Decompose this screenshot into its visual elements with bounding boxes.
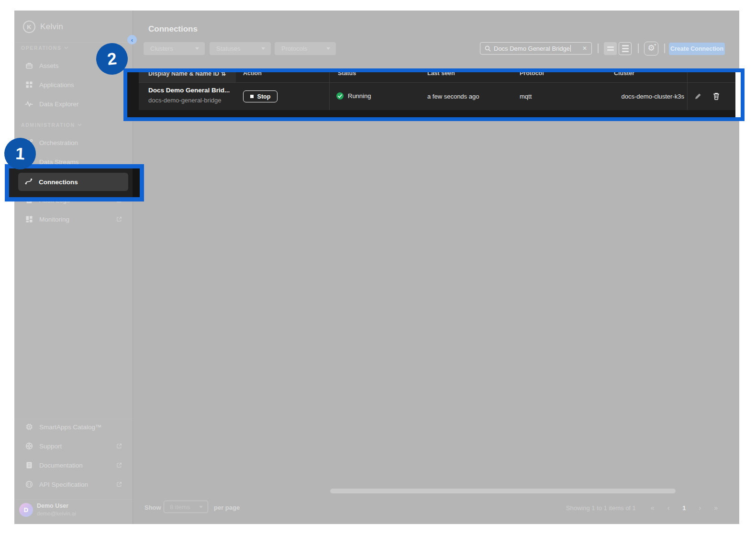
create-connection-button[interactable]: Create Connection xyxy=(669,43,725,55)
sidebar-item-label: Support xyxy=(39,443,62,450)
search-value: Docs Demo General Bridge xyxy=(494,45,570,52)
monitoring-icon xyxy=(25,215,33,223)
table-settings-button[interactable]: ⚙ ✦ xyxy=(644,42,658,56)
external-link-icon xyxy=(116,216,122,222)
sidebar-item-label: SmartApps Catalog™ xyxy=(39,424,102,431)
column-action[interactable]: Action xyxy=(243,72,262,77)
sidebar-item-label: Orchestration xyxy=(39,139,78,146)
sparkle-icon: ✦ xyxy=(654,43,656,47)
sidebar-item-data-explorer[interactable]: Data Explorer xyxy=(14,97,133,111)
clear-search-icon[interactable]: ✕ xyxy=(582,45,587,52)
table-header-row: Display Name & Name ID ⇅ Action Status L… xyxy=(139,72,735,83)
table-row[interactable]: Docs Demo General Brid... docs-demo-gene… xyxy=(139,83,735,110)
external-link-icon xyxy=(116,481,122,487)
section-label: ADMINISTRATION xyxy=(21,122,75,128)
section-administration[interactable]: ADMINISTRATION xyxy=(21,122,82,128)
trash-icon xyxy=(713,92,720,100)
documentation-icon xyxy=(25,461,33,469)
sidebar-divider xyxy=(14,42,133,43)
card-view-button[interactable] xyxy=(604,42,617,55)
pagination-summary: Showing 1 to 1 items of 1 xyxy=(566,504,636,512)
next-page-button[interactable]: › xyxy=(699,504,701,512)
section-label: OPERATIONS xyxy=(21,45,62,51)
highlight-box-table: Display Name & Name ID ⇅ Action Status L… xyxy=(123,68,745,121)
connections-table: Display Name & Name ID ⇅ Action Status L… xyxy=(127,72,735,117)
sidebar-item-label: Documentation xyxy=(39,462,83,469)
sidebar-item-support[interactable]: Support xyxy=(14,439,133,453)
per-page-label: per page xyxy=(214,504,240,511)
toolbar-divider xyxy=(638,44,639,53)
last-seen-cell: a few seconds ago xyxy=(427,93,479,100)
sidebar-item-smartapps-catalog[interactable]: SmartApps Catalog™ xyxy=(14,420,133,434)
filter-clusters[interactable]: Clusters xyxy=(144,42,205,55)
stop-button[interactable]: Stop xyxy=(243,90,278,102)
chevron-down-icon xyxy=(78,123,82,126)
sidebar-item-monitoring[interactable]: Monitoring xyxy=(14,212,133,226)
user-email: demo@kelvin.ai xyxy=(37,511,76,516)
sort-icon[interactable]: ⇅ xyxy=(221,72,225,77)
status-badge: Running xyxy=(336,92,371,100)
toolbar-divider xyxy=(598,44,599,53)
pencil-icon xyxy=(694,92,702,100)
protocol-cell: mqtt xyxy=(520,93,532,100)
sidebar-item-label: API Specification xyxy=(39,481,88,488)
sidebar-item-applications[interactable]: Applications xyxy=(14,78,133,92)
section-operations[interactable]: OPERATIONS xyxy=(21,45,68,51)
support-icon xyxy=(25,442,33,450)
filter-statuses[interactable]: Statuses xyxy=(210,42,271,55)
screenshot-canvas: K Kelvin˙ OPERATIONS Assets Applications… xyxy=(0,0,756,536)
sidebar-item-label: Connections xyxy=(39,179,78,186)
last-page-button[interactable]: » xyxy=(714,504,718,512)
kelvin-logo-icon: K xyxy=(23,21,35,33)
smartapps-catalog-icon xyxy=(25,423,33,431)
filter-label: Statuses xyxy=(216,45,241,52)
column-status[interactable]: Status xyxy=(338,72,356,77)
highlight-box-connections: Connections xyxy=(5,164,144,201)
connection-display-name[interactable]: Docs Demo General Brid... xyxy=(148,87,230,94)
brand-logo: K Kelvin˙ xyxy=(23,21,65,33)
data-explorer-icon xyxy=(25,100,33,108)
text-cursor xyxy=(570,45,571,52)
sidebar-collapse-button[interactable]: ‹ xyxy=(127,35,137,45)
status-text: Running xyxy=(348,92,371,100)
connections-icon xyxy=(24,178,33,186)
user-profile[interactable]: D Demo User demo@kelvin.ai xyxy=(14,499,133,524)
sidebar-item-label: Monitoring xyxy=(39,216,69,223)
assets-icon xyxy=(25,62,33,70)
chevron-down-icon xyxy=(326,47,330,50)
chevron-down-icon xyxy=(64,46,68,49)
list-view-button[interactable] xyxy=(619,42,632,55)
prev-page-button[interactable]: ‹ xyxy=(667,504,670,512)
sidebar: K Kelvin˙ OPERATIONS Assets Applications… xyxy=(14,11,133,524)
filter-label: Protocols xyxy=(281,45,307,52)
applications-icon xyxy=(25,81,33,89)
chevron-down-icon xyxy=(195,47,199,50)
brand-name: Kelvin˙ xyxy=(40,22,65,32)
sidebar-item-api-specification[interactable]: API Specification xyxy=(14,477,133,491)
first-page-button[interactable]: « xyxy=(651,504,655,512)
sidebar-item-label: Assets xyxy=(39,62,59,69)
edit-button[interactable] xyxy=(694,92,702,100)
filter-protocols[interactable]: Protocols xyxy=(275,42,336,55)
list-view-icon xyxy=(622,45,629,46)
horizontal-scrollbar[interactable] xyxy=(330,489,676,493)
card-view-icon xyxy=(607,46,614,48)
column-display-name[interactable]: Display Name & Name ID ⇅ xyxy=(148,72,226,77)
search-icon xyxy=(485,45,491,52)
current-page[interactable]: 1 xyxy=(682,504,686,512)
external-link-icon xyxy=(116,462,122,468)
search-input[interactable]: Docs Demo General Bridge ✕ xyxy=(480,42,592,55)
sidebar-item-label: Data Explorer xyxy=(39,100,79,108)
column-last-seen[interactable]: Last seen xyxy=(427,72,455,77)
chevron-down-icon xyxy=(199,506,203,508)
sidebar-item-documentation[interactable]: Documentation xyxy=(14,458,133,472)
page-size-value: 8 items xyxy=(170,503,190,511)
toolbar-divider xyxy=(664,44,665,53)
column-protocol[interactable]: Protocol xyxy=(520,72,544,77)
delete-button[interactable] xyxy=(712,92,721,100)
column-cluster[interactable]: Cluster xyxy=(614,72,634,77)
main-bg-strip xyxy=(133,168,140,197)
page-size-select[interactable]: 8 items xyxy=(164,501,208,513)
sidebar-item-connections[interactable]: Connections xyxy=(18,173,128,191)
stop-icon xyxy=(250,95,254,98)
